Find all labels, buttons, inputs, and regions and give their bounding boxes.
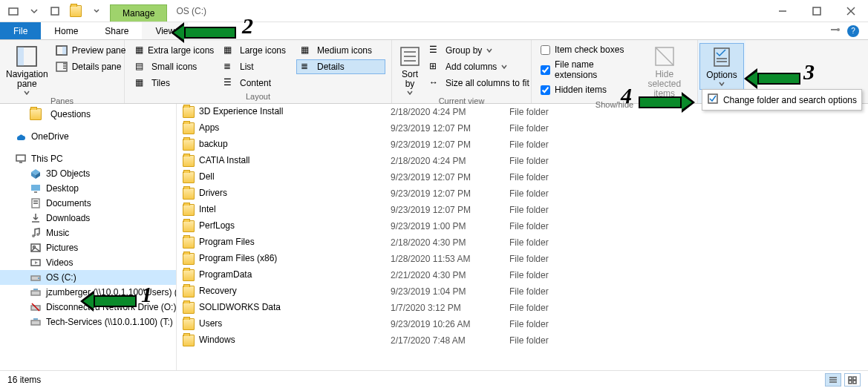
layout-tiles[interactable]: ▦Tiles: [131, 76, 216, 91]
tab-file[interactable]: File: [0, 22, 41, 39]
options-popup[interactable]: Change folder and search options: [702, 89, 862, 111]
folder-icon: [183, 269, 195, 281]
file-list[interactable]: 3D Experience Install2/18/2020 4:24 PMFi…: [177, 104, 868, 370]
table-row[interactable]: backup9/23/2019 12:07 PMFile folder: [177, 137, 868, 153]
file-name: CATIA Install: [199, 155, 249, 165]
size-all-button[interactable]: ↔Size all columns to fit: [425, 76, 534, 91]
tab-share[interactable]: Share: [91, 22, 142, 39]
table-row[interactable]: Program Files2/18/2020 4:30 PMFile folde…: [177, 234, 868, 251]
qat-customize[interactable]: [88, 2, 105, 20]
layout-xlarge[interactable]: ▦Extra large icons: [131, 43, 216, 58]
table-row[interactable]: Dell9/23/2019 12:07 PMFile folder: [177, 169, 868, 185]
svg-point-7: [837, 28, 840, 31]
file-type: File folder: [503, 120, 868, 137]
layout-content[interactable]: ☰Content: [219, 76, 293, 91]
svg-rect-1: [51, 7, 59, 15]
sort-by-button[interactable]: Sort by: [398, 43, 422, 95]
file-name: Dell: [199, 171, 215, 182]
app-icon[interactable]: [4, 2, 22, 20]
view-details-button[interactable]: [825, 373, 841, 387]
folder-icon: [183, 237, 195, 249]
layout-large[interactable]: ▦Large icons: [219, 43, 293, 58]
tree-questions[interactable]: Questions: [0, 107, 176, 122]
table-row[interactable]: Users9/23/2019 10:26 AMFile folder: [177, 316, 868, 332]
svg-rect-47: [31, 291, 40, 295]
preview-pane-label: Preview pane: [72, 45, 126, 56]
close-button[interactable]: [834, 0, 868, 22]
file-name: Program Files: [199, 237, 255, 247]
pin-icon[interactable]: [829, 24, 840, 37]
documents-icon: [30, 197, 42, 209]
tree-3dobjects[interactable]: 3D Objects: [0, 166, 176, 181]
qat-properties[interactable]: [46, 2, 64, 20]
tiles-icon: ▦: [135, 77, 147, 89]
file-date: 2/17/2020 7:48 AM: [385, 332, 503, 349]
table-row[interactable]: ProgramData2/21/2020 4:30 PMFile folder: [177, 267, 868, 283]
navigation-pane-button[interactable]: Navigation pane: [6, 43, 48, 95]
hidden-items-checkbox[interactable]: Hidden items: [538, 83, 635, 96]
details-pane-button[interactable]: Details pane: [51, 59, 131, 74]
options-button[interactable]: Options: [699, 43, 744, 90]
svg-rect-12: [62, 46, 67, 55]
tree-this-pc[interactable]: This PC: [0, 151, 176, 166]
layout-small[interactable]: ▤Small icons: [131, 59, 216, 74]
details-pane-icon: [56, 61, 68, 73]
layout-list[interactable]: ≣List: [219, 59, 293, 74]
maximize-button[interactable]: [800, 0, 834, 22]
tree-label: This PC: [31, 154, 63, 164]
qat-new-folder[interactable]: [67, 2, 85, 20]
file-extensions-checkbox[interactable]: File name extensions: [538, 58, 635, 82]
table-row[interactable]: PerfLogs9/23/2019 1:00 PMFile folder: [177, 218, 868, 234]
tree-netdrive-t[interactable]: Tech-Services (\\10.0.1.100) (T:): [0, 315, 176, 329]
tab-home[interactable]: Home: [41, 22, 91, 39]
tree-pictures[interactable]: Pictures: [0, 240, 176, 255]
qat-dropdown[interactable]: [25, 2, 43, 20]
add-columns-button[interactable]: ⊞Add columns: [425, 59, 534, 74]
tree-documents[interactable]: Documents: [0, 196, 176, 211]
size-all-label: Size all columns to fit: [446, 78, 529, 88]
xlarge-icon: ▦: [135, 45, 143, 56]
table-row[interactable]: Intel9/23/2019 12:07 PMFile folder: [177, 202, 868, 218]
table-row[interactable]: Windows2/17/2020 7:48 AMFile folder: [177, 332, 868, 349]
minimize-button[interactable]: [766, 0, 800, 22]
table-row[interactable]: Apps9/23/2019 12:07 PMFile folder: [177, 120, 868, 137]
folder-icon: [30, 108, 42, 120]
help-icon[interactable]: ?: [847, 25, 859, 37]
tree-videos[interactable]: Videos: [0, 255, 176, 270]
layout-details-label: Details: [317, 62, 345, 72]
layout-details[interactable]: ≣Details: [296, 59, 385, 74]
navigation-tree[interactable]: Questions OneDrive This PC 3D Objects De…: [0, 104, 177, 370]
tree-label: OS (C:): [46, 272, 76, 283]
context-tab-manage[interactable]: Manage: [110, 4, 167, 22]
table-row[interactable]: Drivers9/23/2019 12:07 PMFile folder: [177, 185, 868, 202]
hidden-items-label: Hidden items: [555, 85, 607, 95]
layout-medium[interactable]: ▦Medium icons: [296, 43, 385, 58]
table-row[interactable]: CATIA Install2/18/2020 4:24 PMFile folde…: [177, 153, 868, 169]
tree-music[interactable]: Music: [0, 226, 176, 240]
table-row[interactable]: Program Files (x86)1/28/2020 11:53 AMFil…: [177, 251, 868, 267]
hide-selected-button[interactable]: Hide selected items: [638, 43, 692, 99]
group-by-button[interactable]: ☰Group by: [425, 43, 534, 58]
item-check-boxes-checkbox[interactable]: Item check boxes: [538, 43, 635, 56]
tree-onedrive[interactable]: OneDrive: [0, 129, 176, 144]
folder-icon: [183, 106, 195, 118]
table-row[interactable]: SOLIDWORKS Data1/7/2020 3:12 PMFile fold…: [177, 300, 868, 316]
file-date: 2/21/2020 4:30 PM: [385, 267, 503, 283]
view-large-button[interactable]: [844, 373, 861, 387]
file-date: 9/23/2019 12:07 PM: [385, 169, 503, 185]
file-date: 9/23/2019 12:07 PM: [385, 202, 503, 218]
preview-pane-icon: [56, 45, 68, 56]
table-row[interactable]: Recovery9/23/2019 1:04 PMFile folder: [177, 283, 868, 300]
file-type: File folder: [503, 234, 868, 251]
svg-rect-55: [853, 377, 856, 380]
onedrive-icon: [15, 131, 27, 142]
file-type: File folder: [503, 267, 868, 283]
tree-desktop[interactable]: Desktop: [0, 181, 176, 196]
tree-downloads[interactable]: Downloads: [0, 211, 176, 226]
menu-tabs: File Home Share View ?: [0, 22, 868, 40]
group-current-view: Sort by ☰Group by ⊞Add columns ↔Size all…: [392, 40, 532, 103]
annotation-arrow-2: [171, 22, 236, 43]
titlebar: Manage OS (C:): [0, 0, 868, 22]
options-popup-icon: [707, 93, 719, 107]
preview-pane-button[interactable]: Preview pane: [51, 43, 131, 58]
